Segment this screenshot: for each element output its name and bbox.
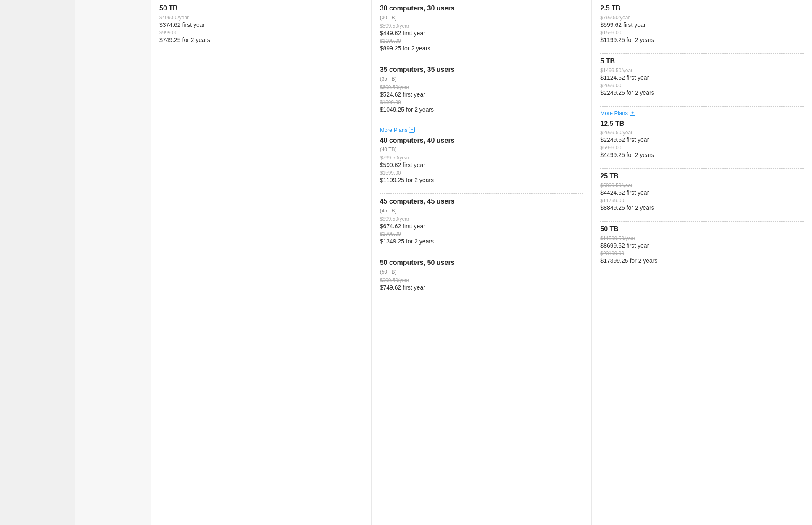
- column-left: 50 TB $499.50/year $374.62 first year $9…: [151, 0, 371, 525]
- plan-section-40: 40 computers, 40 users (40 TB) $799.50/y…: [380, 136, 583, 194]
- price-two-years-25tb: $8849.25 for 2 years: [600, 204, 804, 211]
- plan-subtitle-30: (30 TB): [380, 15, 583, 21]
- plan-section-30: 30 computers, 30 users (30 TB) $599.50/y…: [380, 4, 583, 62]
- price-first-year-12-5tb: $2249.62 first year: [600, 136, 804, 143]
- price-two-years-12-5tb: $4499.25 for 2 years: [600, 151, 804, 158]
- price-original-year-35: $699.50/year: [380, 84, 583, 90]
- price-original-year-30: $599.50/year: [380, 23, 583, 29]
- price-two-years-original-25tb: $11799.00: [600, 198, 804, 204]
- price-original-year-40: $799.50/year: [380, 155, 583, 161]
- price-first-year-2-5tb: $599.62 first year: [600, 21, 804, 28]
- nav-sidebar: [75, 0, 151, 525]
- plan-section-5tb: 5 TB $1499.50/year $1124.62 first year $…: [600, 57, 804, 107]
- plan-section-45: 45 computers, 45 users (45 TB) $899.50/y…: [380, 197, 583, 255]
- price-first-year-5tb: $1124.62 first year: [600, 74, 804, 81]
- more-plans-label-right: More Plans: [600, 110, 628, 116]
- price-original-year-50tb: $11599.50/year: [600, 235, 804, 241]
- price-first-year-30: $449.62 first year: [380, 30, 583, 37]
- plan-title-45: 45 computers, 45 users: [380, 197, 583, 206]
- main-content: 50 TB $499.50/year $374.62 first year $9…: [151, 0, 812, 525]
- more-plans-icon-right: +: [630, 110, 635, 116]
- price-first-year-50tb: $8699.62 first year: [600, 242, 804, 249]
- price-two-years-5tb: $2249.25 for 2 years: [600, 89, 804, 96]
- price-two-years: $749.25 for 2 years: [159, 37, 363, 43]
- plan-title-50c: 50 computers, 50 users: [380, 259, 583, 267]
- price-two-years-original-50tb: $23199.00: [600, 251, 804, 256]
- price-original-year-50c: $999.50/year: [380, 277, 583, 283]
- more-plans-label-middle: More Plans: [380, 127, 408, 133]
- plan-subtitle-45: (45 TB): [380, 208, 583, 214]
- price-first-year-35: $524.62 first year: [380, 91, 583, 98]
- price-two-years-30: $899.25 for 2 years: [380, 45, 583, 52]
- price-two-years-original-40: $1599.00: [380, 170, 583, 176]
- plan-section-35: 35 computers, 35 users (35 TB) $699.50/y…: [380, 65, 583, 123]
- plan-subtitle-50c: (50 TB): [380, 269, 583, 275]
- price-original-year-12-5tb: $2999.50/year: [600, 130, 804, 136]
- column-right: 2.5 TB $799.50/year $599.62 first year $…: [592, 0, 812, 525]
- price-first-year: $374.62 first year: [159, 21, 363, 28]
- plan-section-12-5tb: 12.5 TB $2999.50/year $2249.62 first yea…: [600, 120, 804, 169]
- plan-title-5tb: 5 TB: [600, 57, 804, 66]
- price-first-year-45: $674.62 first year: [380, 223, 583, 230]
- price-two-years-original-45: $1799.00: [380, 231, 583, 237]
- more-plans-right[interactable]: More Plans +: [600, 110, 804, 116]
- price-two-years-original: $999.00: [159, 30, 363, 36]
- plan-subtitle-40: (40 TB): [380, 146, 583, 152]
- plan-title-2-5tb: 2.5 TB: [600, 4, 804, 13]
- price-first-year-50c: $749.62 first year: [380, 284, 583, 291]
- price-first-year-40: $599.62 first year: [380, 162, 583, 168]
- price-original-year-25tb: $5899.50/year: [600, 183, 804, 188]
- page-container: 50 TB $499.50/year $374.62 first year $9…: [0, 0, 812, 525]
- plan-section-25tb: 25 TB $5899.50/year $4424.62 first year …: [600, 172, 804, 222]
- price-two-years-45: $1349.25 for 2 years: [380, 238, 583, 245]
- price-two-years-2-5tb: $1199.25 for 2 years: [600, 37, 804, 43]
- price-two-years-original-12-5tb: $5999.00: [600, 145, 804, 151]
- more-plans-icon-middle: +: [409, 127, 415, 133]
- plan-title-40: 40 computers, 40 users: [380, 136, 583, 145]
- plan-title-30: 30 computers, 30 users: [380, 4, 583, 13]
- plan-title: 50 TB: [159, 4, 363, 13]
- plan-title-25tb: 25 TB: [600, 172, 804, 181]
- price-two-years-original-35: $1399.00: [380, 99, 583, 105]
- price-two-years-40: $1199.25 for 2 years: [380, 177, 583, 183]
- price-original-year: $499.50/year: [159, 15, 363, 21]
- plan-subtitle-35: (35 TB): [380, 76, 583, 82]
- more-plans-middle[interactable]: More Plans +: [380, 127, 583, 133]
- plan-section-50tb: 50 TB $11599.50/year $8699.62 first year…: [600, 225, 804, 274]
- plan-section-50c: 50 computers, 50 users (50 TB) $999.50/y…: [380, 259, 583, 299]
- plan-title-35: 35 computers, 35 users: [380, 65, 583, 74]
- plan-title-50tb: 50 TB: [600, 225, 804, 234]
- price-two-years-original-30: $1199.00: [380, 38, 583, 44]
- plan-section-2-5tb: 2.5 TB $799.50/year $599.62 first year $…: [600, 4, 804, 54]
- left-sidebar: [0, 0, 75, 525]
- price-original-year-5tb: $1499.50/year: [600, 68, 804, 73]
- price-two-years-original-2-5tb: $1599.00: [600, 30, 804, 36]
- price-two-years-35: $1049.25 for 2 years: [380, 106, 583, 113]
- price-original-year-2-5tb: $799.50/year: [600, 15, 804, 21]
- price-two-years-50tb: $17399.25 for 2 years: [600, 257, 804, 264]
- plan-section: 50 TB $499.50/year $374.62 first year $9…: [159, 4, 363, 53]
- price-first-year-25tb: $4424.62 first year: [600, 189, 804, 196]
- plan-title-12-5tb: 12.5 TB: [600, 120, 804, 128]
- column-middle: 30 computers, 30 users (30 TB) $599.50/y…: [371, 0, 592, 525]
- price-original-year-45: $899.50/year: [380, 216, 583, 222]
- price-two-years-original-5tb: $2999.00: [600, 83, 804, 89]
